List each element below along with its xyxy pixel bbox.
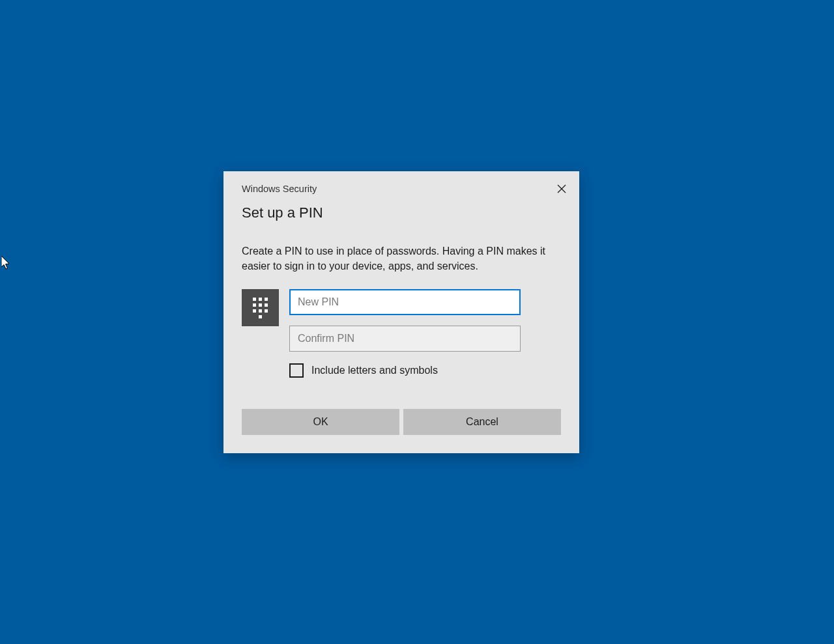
close-icon: [557, 184, 566, 195]
dialog-description: Create a PIN to use in place of password…: [223, 221, 579, 273]
pin-inputs-column: [289, 289, 561, 352]
ok-button[interactable]: OK: [242, 409, 399, 435]
dialog-title: Set up a PIN: [223, 199, 579, 221]
include-symbols-label: Include letters and symbols: [311, 365, 438, 376]
new-pin-input[interactable]: [289, 289, 521, 315]
cancel-button[interactable]: Cancel: [403, 409, 561, 435]
keypad-icon: [242, 289, 279, 326]
include-symbols-checkbox[interactable]: [289, 363, 304, 378]
pin-form-row: [223, 273, 579, 352]
confirm-pin-input[interactable]: [289, 326, 521, 352]
dialog-header: Windows Security: [223, 171, 579, 199]
dialog-app-title: Windows Security: [242, 184, 317, 194]
pin-setup-dialog: Windows Security Set up a PIN Create a P…: [223, 171, 579, 453]
dialog-button-row: OK Cancel: [223, 378, 579, 453]
include-symbols-row: Include letters and symbols: [223, 352, 579, 378]
mouse-cursor: [1, 256, 12, 272]
close-button[interactable]: [552, 180, 571, 199]
